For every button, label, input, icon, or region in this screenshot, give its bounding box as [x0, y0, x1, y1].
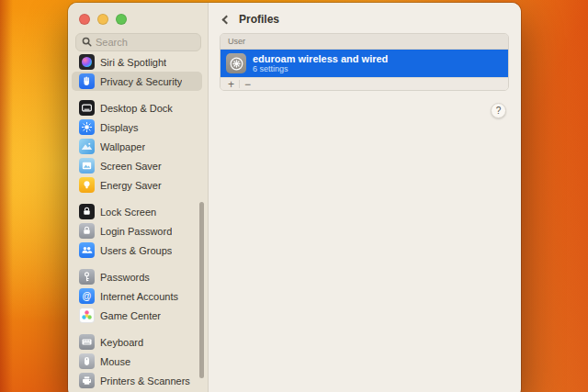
sidebar-nav: Siri & SpotlightPrivacy & SecurityDeskto…: [72, 52, 202, 392]
pane-header: Profiles: [209, 3, 521, 27]
search-field[interactable]: [75, 33, 201, 51]
remove-profile-button[interactable]: −: [241, 79, 254, 90]
sidebar-item-siri[interactable]: Siri & Spotlight: [72, 52, 202, 72]
login-password-icon: [79, 223, 95, 239]
sidebar-item-screen-saver[interactable]: Screen Saver: [72, 156, 202, 175]
keyboard-icon: [79, 334, 95, 350]
profile-gear-icon: [226, 53, 246, 73]
question-mark-icon: ?: [496, 106, 502, 116]
chevron-left-icon[interactable]: [222, 15, 232, 24]
sidebar-item-label: Passwords: [100, 272, 150, 283]
sidebar-item-label: Lock Screen: [100, 207, 156, 218]
sidebar-item-wallpaper[interactable]: Wallpaper: [72, 137, 202, 156]
users-groups-icon: [79, 242, 95, 258]
sidebar-item-internet-accounts[interactable]: @Internet Accounts: [72, 286, 202, 306]
sidebar-item-login-password[interactable]: Login Password: [72, 221, 202, 241]
wallpaper-icon: [79, 139, 95, 154]
siri-icon: [79, 54, 95, 70]
search-icon: [82, 34, 92, 50]
sidebar-item-label: Printers & Scanners: [100, 375, 190, 386]
energy-saver-icon: [79, 177, 95, 193]
sidebar-item-label: Internet Accounts: [100, 291, 178, 302]
profile-row[interactable]: eduroam wireless and wired6 settings: [220, 50, 508, 77]
passwords-icon: [79, 269, 95, 285]
add-profile-button[interactable]: +: [224, 79, 238, 90]
sidebar-item-label: Siri & Spotlight: [100, 57, 166, 68]
sidebar-item-label: Privacy & Security: [100, 76, 182, 87]
profile-texts: eduroam wireless and wired6 settings: [253, 53, 388, 74]
desktop-dock-icon: [79, 100, 95, 116]
table-footer: + −: [220, 77, 508, 90]
sidebar-item-label: Energy Saver: [100, 180, 162, 191]
sidebar-item-mouse[interactable]: Mouse: [72, 352, 202, 371]
sidebar-item-label: Mouse: [100, 356, 130, 367]
footer-divider: [239, 80, 240, 88]
mouse-icon: [79, 353, 95, 369]
sidebar-item-privacy[interactable]: Privacy & Security: [72, 72, 202, 91]
sidebar-item-label: Keyboard: [100, 337, 143, 348]
sidebar-item-label: Login Password: [100, 226, 172, 237]
help-button[interactable]: ?: [491, 103, 506, 118]
sidebar-item-desktop-dock[interactable]: Desktop & Dock: [72, 98, 202, 118]
sidebar-item-label: Screen Saver: [100, 161, 162, 172]
sidebar-item-label: Displays: [100, 122, 139, 133]
sidebar-item-displays[interactable]: Displays: [72, 118, 202, 137]
sidebar-item-printers-scanners[interactable]: Printers & Scanners: [72, 371, 202, 390]
sidebar-scrollbar[interactable]: [199, 202, 204, 378]
displays-icon: [79, 119, 95, 135]
profiles-rows: eduroam wireless and wired6 settings: [220, 50, 508, 77]
privacy-icon: [79, 73, 95, 89]
sidebar-item-game-center[interactable]: Game Center: [72, 306, 202, 325]
sidebar-item-label: Wallpaper: [100, 141, 145, 152]
sidebar-item-passwords[interactable]: Passwords: [72, 267, 202, 286]
search-input[interactable]: [96, 37, 195, 48]
profile-title: eduroam wireless and wired: [253, 53, 388, 65]
sidebar-item-label: Game Center: [100, 310, 161, 321]
sidebar-item-label: Desktop & Dock: [100, 103, 173, 114]
window-controls: [68, 3, 208, 25]
printers-scanners-icon: [79, 373, 95, 388]
profiles-pane: Profiles User eduroam wireless and wired…: [209, 3, 521, 392]
screen-saver-icon: [79, 158, 95, 174]
lock-screen-icon: [79, 204, 95, 219]
profile-subtitle: 6 settings: [253, 64, 388, 73]
table-section-header: User: [220, 34, 508, 50]
system-settings-window: Siri & SpotlightPrivacy & SecurityDeskto…: [68, 3, 521, 392]
page-title: Profiles: [239, 13, 279, 26]
section-header-label: User: [228, 37, 245, 46]
game-center-icon: [79, 308, 95, 323]
sidebar-item-keyboard[interactable]: Keyboard: [72, 332, 202, 352]
profiles-table: User eduroam wireless and wired6 setting…: [220, 33, 509, 91]
close-button-icon[interactable]: [79, 14, 90, 25]
minimize-button-icon[interactable]: [97, 14, 108, 25]
sidebar-item-energy-saver[interactable]: Energy Saver: [72, 175, 202, 195]
sidebar-item-label: Users & Groups: [100, 245, 172, 256]
zoom-button-icon[interactable]: [116, 14, 127, 25]
settings-sidebar: Siri & SpotlightPrivacy & SecurityDeskto…: [68, 3, 209, 392]
sidebar-item-users-groups[interactable]: Users & Groups: [72, 241, 202, 260]
internet-accounts-icon: @: [79, 288, 95, 304]
sidebar-item-lock-screen[interactable]: Lock Screen: [72, 202, 202, 221]
